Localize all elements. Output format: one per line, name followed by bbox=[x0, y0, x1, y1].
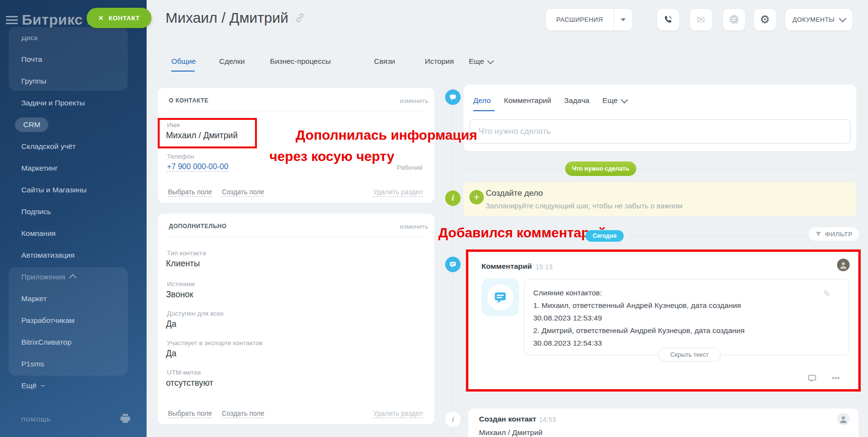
caret-down-icon bbox=[621, 18, 626, 21]
editor-tabs: Дело Комментарий Задача Еще bbox=[473, 96, 627, 105]
created-contact-entry: Создан контакт 14:53 Михаил / Дмитрий bbox=[468, 408, 858, 437]
extensions-dropdown[interactable] bbox=[614, 18, 632, 21]
create-field-link[interactable]: Создать поле bbox=[222, 409, 264, 418]
create-field-link[interactable]: Создать поле bbox=[222, 188, 264, 197]
field-label: Доступен для всех bbox=[167, 310, 224, 317]
sidebar-item-company[interactable]: Компания bbox=[0, 222, 147, 244]
extensions-button[interactable]: РАСШИРЕНИЯ bbox=[545, 8, 633, 31]
more-actions-icon[interactable]: ••• bbox=[832, 374, 840, 381]
delete-section-link[interactable]: Удалить раздел bbox=[373, 188, 423, 197]
editor-tab-task[interactable]: Задача bbox=[564, 96, 589, 105]
extensions-label: РАСШИРЕНИЯ bbox=[546, 16, 614, 23]
phone-value[interactable]: +7 900 000-00-00 bbox=[167, 162, 228, 172]
sidebar-item-p1sms[interactable]: P1sms bbox=[0, 353, 147, 375]
printer-icon[interactable] bbox=[119, 412, 132, 425]
divider bbox=[169, 236, 423, 237]
timeline-row-line bbox=[461, 169, 856, 169]
hide-text-button[interactable]: Скрыть текст bbox=[658, 348, 721, 362]
chevron-down-icon bbox=[620, 96, 628, 103]
sidebar-item-more[interactable]: Ещё bbox=[0, 375, 147, 396]
about-contact-card: О КОНТАКТЕ изменить Имя Михаил / Дмитрий… bbox=[158, 88, 434, 203]
field-value: Клиенты bbox=[166, 259, 200, 269]
about-card-title: О КОНТАКТЕ bbox=[169, 97, 209, 104]
pencil-icon[interactable]: ✎ bbox=[823, 289, 830, 299]
chat-button[interactable] bbox=[722, 8, 746, 31]
sidebar-item-applications[interactable]: Приложения bbox=[0, 266, 147, 288]
tab-business-processes[interactable]: Бизнес-процессы bbox=[270, 57, 331, 66]
additional-edit-link[interactable]: изменить bbox=[400, 223, 428, 230]
about-edit-link[interactable]: изменить bbox=[400, 97, 428, 104]
timeline-editor-card: Дело Комментарий Задача Еще bbox=[464, 85, 856, 151]
delete-section-link[interactable]: Удалить раздел bbox=[373, 409, 423, 418]
create-activity-tip: + Создайте дело Запланируйте следующий ш… bbox=[464, 182, 856, 216]
logo-text: Битрикс bbox=[22, 12, 83, 28]
page-title: Михаил / Дмитрий bbox=[165, 10, 305, 26]
sidebar-item-bitrixslivator[interactable]: BitrixСливатор bbox=[0, 331, 147, 353]
chevron-up-icon bbox=[69, 274, 76, 282]
field-value: Звонок bbox=[166, 290, 193, 300]
filter-button[interactable]: ФИЛЬТР bbox=[809, 227, 859, 241]
mail-button[interactable]: ✉ bbox=[689, 8, 713, 31]
tab-general[interactable]: Общие bbox=[171, 57, 196, 66]
comment-type-icon bbox=[487, 284, 513, 310]
active-tab-underline bbox=[171, 71, 195, 72]
sidebar-item-mail[interactable]: Почта bbox=[0, 48, 147, 70]
editor-tab-activity[interactable]: Дело bbox=[473, 96, 491, 105]
hamburger-menu-icon[interactable] bbox=[6, 16, 18, 24]
todo-pill[interactable]: Что нужно сделать bbox=[565, 161, 636, 176]
sidebar-item-sign[interactable]: Подпись bbox=[0, 201, 147, 222]
gear-icon: ⚙ bbox=[760, 13, 770, 26]
settings-button[interactable]: ⚙ bbox=[753, 8, 777, 31]
app-logo[interactable]: Битрикс 2 bbox=[22, 12, 95, 28]
field-value: Да bbox=[166, 349, 177, 359]
close-icon[interactable]: ✕ bbox=[98, 15, 104, 22]
timeline-row-line bbox=[627, 236, 807, 236]
link-icon[interactable] bbox=[295, 13, 305, 23]
bitrix24-contact-page: Битрикс 2 Диск Почта Группы Задачи и Про… bbox=[0, 0, 868, 437]
created-time: 14:53 bbox=[539, 416, 556, 423]
tab-deals[interactable]: Сделки bbox=[219, 57, 245, 66]
sidebar-item-market[interactable]: Маркет bbox=[0, 288, 147, 309]
help-link[interactable]: помощь bbox=[21, 417, 51, 422]
call-button[interactable] bbox=[657, 8, 680, 31]
plus-icon[interactable]: + bbox=[469, 190, 484, 204]
tab-more[interactable]: Еще bbox=[469, 57, 493, 66]
divider bbox=[169, 111, 423, 111]
contact-chip-label: КОНТАКТ bbox=[109, 15, 140, 22]
todo-input[interactable] bbox=[469, 119, 851, 144]
filter-label: ФИЛЬТР bbox=[825, 231, 853, 238]
phone-icon bbox=[663, 15, 673, 25]
annotation-info-line2: через косую черту bbox=[269, 149, 394, 164]
activity-bubble-icon bbox=[445, 89, 461, 105]
tip-title[interactable]: Создайте дело bbox=[486, 189, 543, 198]
sidebar-item-automation[interactable]: Автоматизация bbox=[0, 244, 147, 266]
sidebar-item-groups[interactable]: Группы bbox=[0, 70, 147, 92]
sidebar-item-developers[interactable]: Разработчикам bbox=[0, 309, 147, 331]
today-badge[interactable]: Сегодня bbox=[585, 230, 624, 242]
sidebar-item-crm[interactable]: CRM bbox=[0, 114, 147, 135]
sidebar-item-marketing[interactable]: Маркетинг bbox=[0, 157, 147, 179]
editor-tab-comment[interactable]: Комментарий bbox=[504, 96, 551, 105]
documents-button[interactable]: ДОКУМЕНТЫ bbox=[785, 8, 853, 31]
select-field-link[interactable]: Выбрать поле bbox=[168, 188, 212, 197]
comment-action-icon[interactable] bbox=[808, 374, 817, 383]
avatar[interactable] bbox=[837, 259, 850, 271]
annotation-comment-added: Добавился комментарий bbox=[438, 225, 606, 241]
editor-tab-more[interactable]: Еще bbox=[602, 96, 627, 105]
additional-card-footer: Выбрать поле Создать поле Удалить раздел bbox=[168, 409, 423, 418]
tab-relations[interactable]: Связи bbox=[374, 57, 395, 66]
sidebar-item-sites[interactable]: Сайты и Магазины bbox=[0, 179, 147, 201]
sidebar-item-inventory[interactable]: Складской учёт bbox=[0, 135, 147, 157]
comment-bubble-icon bbox=[445, 257, 461, 272]
name-annotation-box bbox=[158, 118, 257, 148]
chevron-down-icon bbox=[487, 58, 494, 64]
contact-chip[interactable]: ✕ КОНТАКТ bbox=[87, 8, 151, 28]
tab-history[interactable]: История bbox=[425, 57, 454, 66]
select-field-link[interactable]: Выбрать поле bbox=[168, 409, 212, 418]
field-label: Источник bbox=[167, 280, 195, 288]
person-icon bbox=[837, 413, 850, 425]
sidebar-item-tasks[interactable]: Задачи и Проекты bbox=[0, 92, 147, 114]
more-dash-icon bbox=[41, 385, 45, 386]
sidebar-item-disk[interactable]: Диск bbox=[0, 27, 147, 48]
created-info-icon: i bbox=[445, 411, 461, 427]
